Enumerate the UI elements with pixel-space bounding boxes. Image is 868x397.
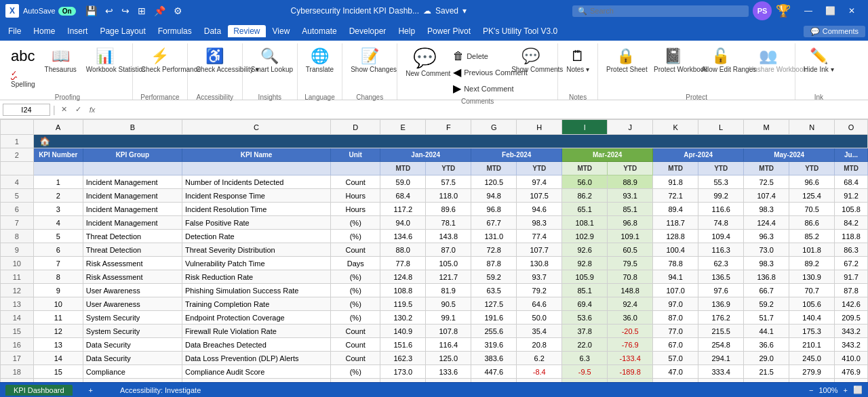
menu-insert[interactable]: Insert: [62, 25, 93, 37]
check-accessibility-button[interactable]: ♿ Check Accessibility ▾: [192, 46, 238, 92]
cell-reference[interactable]: [3, 104, 50, 116]
col-header-G[interactable]: G: [471, 120, 517, 135]
corner-cell: [1, 120, 34, 135]
table-row[interactable]: 11 8 Risk Assessment Risk Reduction Rate…: [1, 270, 868, 284]
protect-sheet-button[interactable]: 🔒 Protect Sheet: [602, 46, 648, 92]
col-header-E[interactable]: E: [380, 120, 426, 135]
sheet-tab[interactable]: KPI Dashboard: [5, 385, 73, 396]
formula-input[interactable]: [100, 106, 865, 114]
col-header-F[interactable]: F: [426, 120, 471, 135]
menu-formulas[interactable]: Formulas: [153, 25, 197, 37]
show-changes-button[interactable]: 📝 Show Changes: [347, 46, 393, 92]
smart-lookup-button[interactable]: 🔍 Smart Lookup: [247, 46, 293, 92]
show-changes-icon: 📝: [361, 49, 379, 64]
table-row[interactable]: 4 1 Incident Management Number of Incide…: [1, 175, 868, 189]
subheader-ytd-may: YTD: [789, 162, 835, 175]
col-header-N[interactable]: N: [789, 120, 835, 135]
allow-edit-ranges-button[interactable]: 🔓 Allow Edit Ranges: [697, 46, 743, 92]
menu-view[interactable]: View: [267, 25, 296, 37]
col-header-K[interactable]: K: [653, 120, 698, 135]
menu-review[interactable]: Review: [228, 25, 265, 37]
menu-home[interactable]: Home: [28, 25, 60, 37]
previous-comment-button[interactable]: ◀ Previous Comment: [449, 65, 506, 80]
col-header-D[interactable]: D: [331, 120, 380, 135]
col-header-I[interactable]: I: [562, 120, 608, 135]
unshare-workbook-button[interactable]: 👥 Unshare Workbook: [745, 46, 791, 92]
close-button[interactable]: ✕: [841, 0, 863, 22]
col-header-H[interactable]: H: [517, 120, 562, 135]
row-num-1[interactable]: 1: [1, 135, 34, 148]
grid-icon[interactable]: ⊞: [135, 4, 149, 18]
table-row[interactable]: 19 16 Compliance Non-Compliance Incident…: [1, 379, 868, 383]
menu-developer[interactable]: Developer: [344, 25, 392, 37]
fit-button[interactable]: ⬜: [853, 385, 863, 394]
comments-button[interactable]: 💬 Comments: [804, 26, 865, 37]
table-row[interactable]: 14 11 System Security Endpoint Protectio…: [1, 311, 868, 325]
menu-automate[interactable]: Automate: [296, 25, 342, 37]
header-kpi-number: KPI Number: [33, 148, 83, 162]
col-header-A[interactable]: A: [33, 120, 83, 135]
minimize-button[interactable]: —: [797, 0, 819, 22]
table-row[interactable]: 9 6 Threat Detection Threat Severity Dis…: [1, 243, 868, 257]
quick-access-icon[interactable]: 📌: [151, 4, 168, 18]
zoom-out-button[interactable]: −: [809, 386, 813, 394]
protect-workbook-button[interactable]: 📓 Protect Workbook: [650, 46, 696, 92]
table-row[interactable]: 16 13 Data Security Data Breaches Detect…: [1, 338, 868, 352]
add-sheet-button[interactable]: +: [83, 386, 98, 394]
translate-button[interactable]: 🌐 Translate: [302, 46, 338, 92]
menu-power-pivot[interactable]: Power Pivot: [422, 25, 476, 37]
table-row[interactable]: 17 14 Data Security Data Loss Prevention…: [1, 352, 868, 365]
search-input[interactable]: [590, 7, 726, 15]
cancel-formula-button[interactable]: ✕: [58, 105, 70, 114]
new-comment-button[interactable]: 💬 New Comment: [401, 46, 448, 92]
menu-help[interactable]: Help: [393, 25, 420, 37]
save-chevron[interactable]: ▾: [462, 6, 467, 16]
delete-button[interactable]: 🗑 Delete: [449, 49, 506, 64]
check-performance-button[interactable]: ⚡ Check Performance: [137, 46, 183, 92]
table-row[interactable]: 6 3 Incident Management Incident Resolut…: [1, 203, 868, 216]
table-row[interactable]: 13 10 User Awareness Training Completion…: [1, 297, 868, 311]
table-row[interactable]: 18 15 Compliance Compliance Audit Score …: [1, 365, 868, 379]
search-box[interactable]: 🔍: [572, 5, 749, 17]
header-jun: Ju...: [835, 148, 868, 162]
col-header-C[interactable]: C: [182, 120, 330, 135]
col-header-row: A B C D E F G H I J K L M N O: [1, 120, 868, 135]
workbook-statistics-button[interactable]: 📊 Workbook Statistics: [82, 46, 128, 92]
ribbon-group-proofing: abc✓ Spelling 📖 Thesaurus 📊 Workbook Sta…: [3, 43, 133, 100]
menu-file[interactable]: File: [3, 25, 26, 37]
restore-button[interactable]: ⬜: [819, 0, 841, 22]
undo-button[interactable]: 💾: [83, 4, 100, 18]
col-header-M[interactable]: M: [744, 120, 789, 135]
spelling-button[interactable]: abc✓ Spelling: [7, 46, 39, 92]
row-num-3[interactable]: [1, 162, 34, 175]
col-header-L[interactable]: L: [698, 120, 744, 135]
table-row[interactable]: 10 7 Risk Assessment Vulnerability Patch…: [1, 257, 868, 270]
autosave-toggle[interactable]: AutoSave On: [23, 7, 76, 16]
format-icon[interactable]: ⚙: [171, 4, 185, 18]
row-num-2[interactable]: 2: [1, 148, 34, 162]
header-may2024: May-2024: [744, 148, 835, 162]
notes-button[interactable]: 🗒 Notes ▾: [562, 46, 593, 92]
thesaurus-button[interactable]: 📖 Thesaurus: [41, 46, 81, 92]
header-kpi-group: KPI Group: [83, 148, 182, 162]
table-row[interactable]: 15 12 System Security Firewall Rule Viol…: [1, 325, 868, 338]
table-row[interactable]: 12 9 User Awareness Phishing Simulation …: [1, 284, 868, 297]
next-comment-button[interactable]: ▶ Next Comment: [449, 81, 506, 96]
menu-page-layout[interactable]: Page Layout: [94, 25, 151, 37]
subheader-mtd-jan: MTD: [380, 162, 426, 175]
menu-data[interactable]: Data: [199, 25, 226, 37]
table-row[interactable]: 7 4 Incident Management False Positive R…: [1, 216, 868, 230]
table-row[interactable]: 5 2 Incident Management Incident Respons…: [1, 189, 868, 203]
confirm-formula-button[interactable]: ✓: [73, 105, 84, 114]
menu-pk-utility[interactable]: PK's Utility Tool V3.0: [477, 25, 563, 37]
zoom-in-button[interactable]: +: [844, 386, 848, 394]
subheader-ytd-apr: YTD: [698, 162, 744, 175]
col-header-J[interactable]: J: [608, 120, 653, 135]
table-row[interactable]: 8 5 Threat Detection Detection Rate (%) …: [1, 230, 868, 243]
redo-button[interactable]: ↪: [119, 4, 132, 18]
col-header-O[interactable]: O: [835, 120, 868, 135]
status-right: − 100% + ⬜: [809, 385, 863, 394]
col-header-B[interactable]: B: [83, 120, 182, 135]
show-comments-button[interactable]: 💬 Show Comments: [507, 46, 553, 92]
undo-button2[interactable]: ↩: [102, 4, 116, 18]
